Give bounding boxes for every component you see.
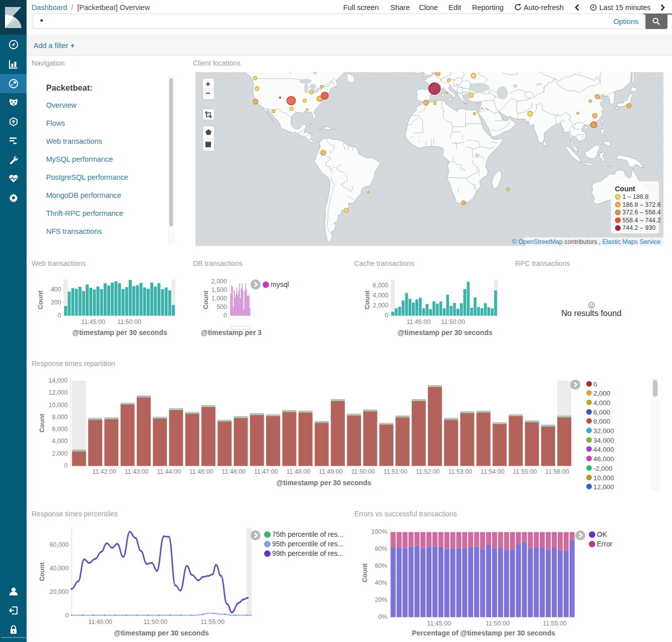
svg-text:© OpenStreetMap contributors ,: © OpenStreetMap contributors , Elastic M…	[512, 238, 660, 245]
svg-text:4,000: 4,000	[373, 292, 388, 299]
svg-text:11:44:00: 11:44:00	[157, 468, 181, 475]
svg-text:11:49:00: 11:49:00	[319, 468, 343, 475]
svg-text:40%: 40%	[375, 579, 387, 586]
svg-text:20%: 20%	[375, 596, 387, 603]
svg-text:@timestamp per 30 seconds: @timestamp per 30 seconds	[72, 329, 167, 337]
svg-text:40,000: 40,000	[50, 565, 69, 572]
svg-text:372.6 – 558.4: 372.6 – 558.4	[622, 209, 661, 216]
svg-text:@timestamp per 3: @timestamp per 3	[201, 329, 262, 337]
svg-text:0: 0	[64, 462, 68, 469]
svg-text:11:52:00: 11:52:00	[416, 468, 440, 475]
svg-text:11:53:00: 11:53:00	[448, 468, 472, 475]
svg-text:60,000: 60,000	[50, 541, 69, 548]
svg-text:@timestamp per 30 seconds: @timestamp per 30 seconds	[276, 479, 371, 487]
svg-text:14,000: 14,000	[49, 377, 68, 384]
svg-text:11:45:00: 11:45:00	[81, 318, 105, 326]
svg-text:11:46:00: 11:46:00	[221, 468, 246, 475]
svg-text:8,000: 8,000	[52, 414, 68, 421]
svg-text:11:43:00: 11:43:00	[125, 468, 149, 475]
svg-text:11:55:00: 11:55:00	[513, 468, 537, 475]
svg-text:0: 0	[385, 312, 388, 319]
svg-text:1,000: 1,000	[211, 295, 227, 302]
svg-text:11:50:00: 11:50:00	[143, 618, 167, 625]
svg-text:1 – 186.8: 1 – 186.8	[622, 193, 648, 200]
svg-text:2,000: 2,000	[211, 278, 227, 285]
svg-text:11:50:00: 11:50:00	[486, 620, 510, 627]
svg-text:0%: 0%	[378, 613, 387, 620]
svg-text:2,000: 2,000	[373, 302, 388, 309]
svg-text:10,000: 10,000	[49, 402, 68, 409]
svg-text:11:45:00: 11:45:00	[189, 468, 213, 475]
svg-text:11:48:00: 11:48:00	[287, 468, 311, 475]
svg-text:60%: 60%	[375, 562, 387, 569]
svg-text:Count: Count	[38, 562, 46, 581]
svg-text:500: 500	[216, 303, 227, 310]
svg-text:200: 200	[51, 299, 61, 306]
svg-text:6,000: 6,000	[373, 282, 388, 289]
svg-text:11:55:00: 11:55:00	[200, 618, 225, 625]
svg-text:11:55:00: 11:55:00	[543, 620, 567, 627]
svg-text:558.4 – 744.2: 558.4 – 744.2	[622, 217, 661, 224]
svg-text:11:50:00: 11:50:00	[441, 318, 465, 326]
svg-text:@timestamp per 30 seconds: @timestamp per 30 seconds	[397, 329, 493, 337]
svg-text:1,500: 1,500	[211, 286, 227, 293]
svg-text:186.8 – 372.6: 186.8 – 372.6	[622, 201, 661, 208]
svg-text:11:47:00: 11:47:00	[254, 468, 278, 475]
svg-text:6,000: 6,000	[52, 426, 68, 433]
svg-text:11:51:00: 11:51:00	[383, 468, 407, 475]
svg-text:Count: Count	[37, 290, 44, 309]
svg-text:11:42:00: 11:42:00	[92, 468, 116, 475]
svg-text:4,000: 4,000	[52, 438, 68, 445]
svg-text:2,000: 2,000	[52, 450, 68, 457]
svg-text:0: 0	[65, 612, 69, 619]
svg-text:0: 0	[223, 312, 227, 319]
svg-text:11:56:00: 11:56:00	[545, 468, 569, 475]
svg-text:11:54:00: 11:54:00	[481, 468, 505, 475]
svg-text:20,000: 20,000	[50, 588, 69, 595]
svg-text:0: 0	[58, 312, 61, 319]
svg-text:11:45:00: 11:45:00	[406, 318, 430, 326]
svg-text:744.2 – 930: 744.2 – 930	[622, 224, 655, 231]
svg-text:Count: Count	[361, 563, 368, 582]
svg-text:11:50:00: 11:50:00	[351, 468, 375, 475]
svg-text:100%: 100%	[371, 528, 387, 535]
svg-text:11:50:00: 11:50:00	[117, 318, 141, 326]
svg-text:Count: Count	[363, 290, 371, 309]
svg-text:Count: Count	[38, 414, 46, 433]
svg-text:Count: Count	[202, 290, 209, 309]
svg-text:12,000: 12,000	[49, 389, 68, 396]
svg-text:@timestamp per 30 seconds: @timestamp per 30 seconds	[114, 629, 209, 637]
svg-text:11:45:00: 11:45:00	[88, 618, 112, 625]
svg-text:Count: Count	[615, 185, 635, 193]
svg-text:400: 400	[51, 286, 61, 293]
svg-text:11:45:00: 11:45:00	[427, 620, 451, 627]
svg-text:80%: 80%	[375, 545, 387, 552]
svg-text:Percentage of @timestamp per 3: Percentage of @timestamp per 30 seconds	[412, 629, 555, 637]
